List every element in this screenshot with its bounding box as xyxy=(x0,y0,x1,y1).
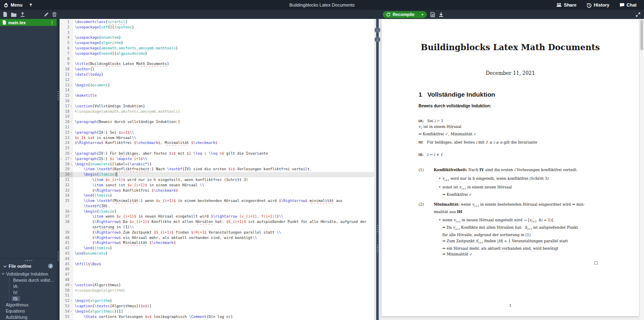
code-line[interactable]: 17▾\section{Vollständige Induktion} xyxy=(60,104,374,109)
code-line[interactable]: 19 xyxy=(60,114,374,119)
code-line[interactable]: 36▾ \begin{itemize} xyxy=(60,209,374,214)
new-folder-icon[interactable] xyxy=(11,12,16,17)
upload-icon[interactable] xyxy=(20,12,25,17)
code-line[interactable]: 13▾\begin{document} xyxy=(60,83,374,88)
code-line[interactable]: 6\usepackage{amsmath,amsfonts,amssymb,ma… xyxy=(60,46,374,51)
fold-caret-icon[interactable]: ▾ xyxy=(69,283,73,288)
code-line[interactable]: 46 xyxy=(60,267,374,272)
outline-item[interactable]: Aufzählung xyxy=(0,314,57,320)
code-editor[interactable]: 1\documentclass{scrartcl}2\usepackage[ut… xyxy=(60,19,374,320)
outline-item[interactable]: IV: xyxy=(9,289,57,295)
outline-item[interactable]: IS: xyxy=(9,295,57,301)
code-line[interactable]: 47 xyxy=(60,272,374,277)
code-line[interactable]: 35 \item \textbf{Minimalität:} wenn $v_{… xyxy=(60,198,374,204)
code-line[interactable]: 25 xyxy=(60,146,374,151)
code-line[interactable]: \textbf{IH}. xyxy=(60,204,374,209)
code-line[interactable]: 15\maketitle xyxy=(60,93,374,98)
code-line[interactable]: 20▾\paragraph{Beweis durch vollständige … xyxy=(60,119,374,125)
outline-item[interactable]: Algorithmus xyxy=(0,301,57,308)
code-line[interactable]: 55 \State sortiere Vorlesungen $v$ lexik… xyxy=(60,314,374,320)
outline-item[interactable]: Equations xyxy=(0,308,57,314)
code-line[interactable]: 4\usepackage{enumitem} xyxy=(60,35,374,40)
code-line[interactable]: 11\date{\today} xyxy=(60,72,374,77)
outline-resize-handle[interactable] xyxy=(0,258,57,262)
code-line[interactable]: 26▾\paragraph{IV:} Für belibiges, aber f… xyxy=(60,151,374,156)
code-line[interactable]: 24$\Rightarrow$ Konfliktfrei $\checkmark… xyxy=(60,140,374,146)
code-line[interactable]: 53\caption{\textsc{Algorithmus}($x$)} xyxy=(60,304,374,309)
up-arrow-icon[interactable] xyxy=(28,2,33,7)
fold-caret-icon[interactable]: ▾ xyxy=(69,83,73,88)
file-menu-kebab-icon[interactable]: ⋮ xyxy=(50,20,54,25)
fold-caret-icon[interactable]: ▾ xyxy=(69,151,73,156)
code-line[interactable]: 16 xyxy=(60,98,374,104)
outline-item[interactable]: IA: xyxy=(9,283,57,289)
code-line[interactable]: sortierung in (1)\\ xyxy=(60,225,374,230)
chat-button[interactable]: Chat xyxy=(614,2,642,8)
outline-header[interactable]: File outline i xyxy=(0,262,57,270)
code-line[interactable]: 43\end{enumerate} xyxy=(60,251,374,256)
code-line[interactable]: 8 xyxy=(60,56,374,62)
fold-caret-icon[interactable]: ▾ xyxy=(69,156,73,162)
delete-trash-icon[interactable] xyxy=(52,12,57,17)
code-line[interactable]: 5\usepackage{algorithm} xyxy=(60,40,374,46)
fold-caret-icon[interactable]: ▾ xyxy=(69,172,73,177)
code-line[interactable]: 50%\usepackage{algorithm} xyxy=(60,288,374,293)
code-line[interactable]: 23$v_1$ ist in einem Hörsaal\\ xyxy=(60,135,374,141)
code-line[interactable]: 3 xyxy=(60,30,374,35)
code-line[interactable]: ⚠27▾\paragraph{IS:} $i \mapsto i+1$\\ xyxy=(60,156,374,162)
rename-pencil-icon[interactable] xyxy=(44,12,48,17)
code-line[interactable]: 52▾\begin{algorithm} xyxy=(60,298,374,304)
fold-caret-icon[interactable]: ▾ xyxy=(69,309,73,314)
code-line[interactable]: 38 $\Rightarrow$ Da $v_{i+1}$ Konflikte … xyxy=(60,219,374,225)
code-line[interactable]: 39 $\Rightarrow$ Zum Zeitpunkt $S_{i+1}$… xyxy=(60,230,374,235)
pdf-preview-pane[interactable]: Buildingblocks Latex Math DocumentsDecem… xyxy=(381,19,644,320)
code-line[interactable]: 49▾\section{Algorithmus} xyxy=(60,283,374,288)
code-line[interactable]: 30▾ \begin{itemize} xyxy=(60,172,374,177)
outline-item[interactable]: Beweis durch vollständig... xyxy=(9,277,57,283)
history-button[interactable]: History xyxy=(582,2,614,8)
outline-item[interactable]: Vollständige Induktion xyxy=(0,271,57,277)
fold-caret-icon[interactable]: ▾ xyxy=(69,119,73,125)
code-line[interactable]: 14 xyxy=(60,88,374,93)
code-line[interactable]: 10\author{} xyxy=(60,67,374,72)
code-line[interactable]: 31 \item $v_{i+1}$ wird nur in h eingete… xyxy=(60,177,374,183)
code-line[interactable]: 29 \item \textbf{Konfliktfreiheit:} Nach… xyxy=(60,167,374,172)
code-line[interactable]: 12 xyxy=(60,77,374,83)
fold-caret-icon[interactable]: ▾ xyxy=(69,162,73,167)
code-line[interactable]: 1\documentclass{scrartcl} xyxy=(60,19,374,25)
code-line[interactable]: 40 $\Rightarrow$ ein Hörsaal mehr, als a… xyxy=(60,235,374,241)
expand-pdf-icon[interactable] xyxy=(636,12,640,17)
menu-button[interactable]: Menu xyxy=(3,2,23,8)
code-line[interactable]: 37 \item wenn $v_{i+1}$ in neuen Hörsaal… xyxy=(60,214,374,219)
code-line[interactable]: 22▾\paragraph{IA:} Sei $i=1$\\ xyxy=(60,130,374,135)
file-entry-main-tex[interactable]: main.tex ⋮ xyxy=(0,19,57,26)
expand-left-arrow-icon[interactable]: ← xyxy=(375,37,380,42)
code-line[interactable]: 9\title{Buildingblocks Latex Math Docume… xyxy=(60,61,374,67)
expand-right-arrow-icon[interactable]: → xyxy=(375,27,380,33)
info-icon[interactable]: i xyxy=(48,264,53,269)
code-line[interactable]: 34 \end{itemize} xyxy=(60,193,374,198)
fold-caret-icon[interactable]: ▾ xyxy=(69,209,73,214)
sidebar-resize-handle[interactable] xyxy=(57,10,60,320)
code-line[interactable]: 7\usepackage[noend]{algpseudocode} xyxy=(60,51,374,56)
recompile-button[interactable]: Recompile ▼ xyxy=(383,11,427,18)
share-button[interactable]: Share xyxy=(551,2,582,8)
code-line[interactable]: 21 xyxy=(60,125,374,130)
compile-log-icon[interactable] xyxy=(430,12,435,17)
new-file-icon[interactable] xyxy=(3,12,7,17)
recompile-caret-icon[interactable]: ▼ xyxy=(418,11,427,18)
code-line[interactable]: 32 \item sonst ist $v_{i+1}$ in einem ne… xyxy=(60,183,374,188)
code-line[interactable]: 33 $\Rightarrow$ Konfliktfrei $\checkmar… xyxy=(60,188,374,193)
pdf-scrollbar-thumb[interactable] xyxy=(640,20,643,50)
fold-caret-icon[interactable]: ▾ xyxy=(69,104,73,109)
code-line[interactable]: 41 $\Rightarrow$ Minimalität $\checkmark… xyxy=(60,240,374,246)
code-line[interactable]: 51 xyxy=(60,293,374,298)
code-line[interactable]: 48 xyxy=(60,277,374,283)
fold-caret-icon[interactable]: ▾ xyxy=(69,298,73,304)
code-line[interactable]: 54▾\begin{algorithmic}[1] xyxy=(60,309,374,314)
code-line[interactable]: 45\hfill$\Box$ xyxy=(60,262,374,267)
code-line[interactable]: 2\usepackage[utf8]{inputenc} xyxy=(60,25,374,30)
editor-pdf-divider[interactable]: → ← xyxy=(374,19,381,320)
code-line[interactable]: 18%\usepackage{amsmath,amsfonts,amssymb,… xyxy=(60,109,374,114)
download-pdf-icon[interactable] xyxy=(439,12,444,17)
